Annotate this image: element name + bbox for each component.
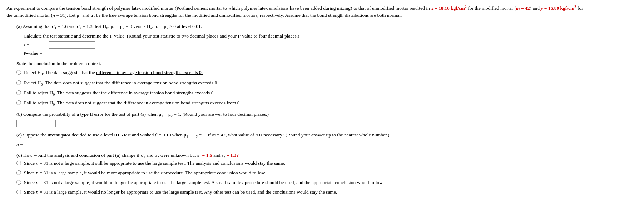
calc-instruction: Calculate the test statistic and determi… [24,33,638,40]
part-a-section: (a) Assuming that σ1 = 1.6 and σ2 = 1.3,… [6,23,638,107]
part-d-label: (d) How would the analysis and conclusio… [16,152,638,160]
state-conclusion-label: State the conclusion in the problem cont… [16,60,638,68]
radio-d1[interactable] [16,161,21,165]
option-d2: Since n = 31 is a large sample, it would… [16,169,638,177]
option-a4: Fail to reject H0. The data does not sug… [16,99,638,107]
pvalue-input-row: P-value = [24,50,638,57]
m-value: m = 42 [516,5,530,11]
part-b-input[interactable] [16,120,56,127]
part-b-label: (b) Compute the probability of a type II… [16,111,638,119]
radio-d3[interactable] [16,180,21,185]
part-b-section: (b) Compute the probability of a type II… [6,111,638,128]
xbar-value: x [431,5,434,11]
n-label: n = [16,141,23,148]
radio-a3[interactable] [16,90,21,95]
option-a1: Reject H0. The data suggests that the di… [16,69,638,77]
option-a2: Reject H0. The data does not suggest tha… [16,79,638,87]
radio-d4[interactable] [16,190,21,194]
option-d1: Since n = 31 is not a large sample, it s… [16,160,638,167]
part-c-label: (c) Suppose the investigator decided to … [16,131,638,139]
pvalue-input[interactable] [49,50,95,57]
radio-d2[interactable] [16,170,21,175]
part-d-section: (d) How would the analysis and conclusio… [6,152,638,196]
part-c-input-row: n = [16,141,638,148]
option-d3: Since n = 31 is not a large sample, it w… [16,179,638,186]
radio-a2[interactable] [16,80,21,85]
z-input[interactable] [49,41,95,49]
radio-a1[interactable] [16,70,21,75]
xbar-equals: = 18.16 kgf/cm2 [434,5,467,11]
intro-paragraph: An experiment to compare the tension bon… [6,4,638,19]
z-label: z = [24,41,49,49]
radio-a4[interactable] [16,100,21,105]
z-input-row: z = [24,41,638,49]
ybar-equals: = 16.89 kgf/cm2 [543,5,576,11]
option-a3: Fail to reject H0. The data suggests tha… [16,89,638,97]
pvalue-label: P-value = [24,50,49,57]
part-b-input-container [16,120,638,128]
part-c-section: (c) Suppose the investigator decided to … [6,131,638,148]
part-a-label: (a) Assuming that σ1 = 1.6 and σ2 = 1.3,… [16,23,638,31]
part-c-input[interactable] [25,141,64,148]
option-d4: Since n = 31 is a large sample, it would… [16,189,638,196]
